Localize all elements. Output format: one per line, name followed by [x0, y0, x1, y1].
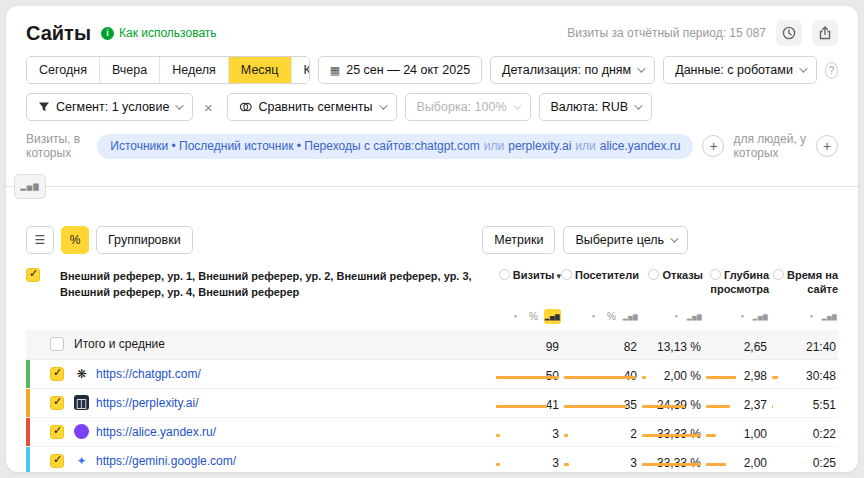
table-body: Итого и средние 99 82 13,13 % 2,65 21:40… — [26, 330, 838, 472]
table-row[interactable]: ❋ https://chatgpt.com/ 50 40 2,00 % 2,98… — [26, 360, 838, 389]
bar-chart-icon[interactable]: ▂▅▇ — [752, 309, 769, 324]
segment-label: Сегмент: 1 условие — [56, 100, 169, 114]
bounce-cell: 24,39 % — [639, 393, 703, 412]
visitors-cell: 3 — [561, 451, 639, 470]
pie-chart-icon[interactable]: ◔ — [584, 309, 601, 324]
site-favicon-icon — [74, 424, 89, 439]
totals-visits: 99 — [493, 340, 561, 354]
column-header-visitors[interactable]: Посетители — [561, 268, 639, 297]
tab-week[interactable]: Неделя — [159, 57, 228, 83]
detalization-dropdown[interactable]: Детализация: по дням — [490, 56, 655, 84]
totals-label: Итого и средние — [74, 337, 165, 351]
date-range-button[interactable]: ▦ 25 сен — 24 окт 2025 — [318, 56, 482, 84]
value-bar — [564, 434, 568, 437]
chip-or: или — [484, 139, 504, 153]
bar-chart-icon: ▂▅▇ — [20, 183, 39, 191]
bounce-cell: 33,33 % — [639, 451, 703, 470]
percent-view-button[interactable]: % — [61, 226, 89, 254]
row-checkbox[interactable] — [50, 396, 64, 410]
table-row[interactable]: ✦ https://gemini.google.com/ 3 3 33,33 %… — [26, 447, 838, 472]
percent-icon[interactable]: % — [525, 309, 542, 324]
pie-chart-icon[interactable]: ◔ — [733, 309, 750, 324]
visits-cell: 50 — [493, 364, 561, 383]
visits-cell: 41 — [493, 393, 561, 412]
row-checkbox[interactable] — [50, 454, 64, 468]
percent-icon[interactable]: % — [603, 309, 620, 324]
clock-icon — [781, 25, 797, 41]
totals-row: Итого и средние 99 82 13,13 % 2,65 21:40 — [26, 330, 838, 360]
compare-segments-icon — [239, 101, 252, 113]
table-row[interactable]: ◫ https://perplexity.ai/ 41 35 24,39 % 2… — [26, 389, 838, 418]
totals-time: 21:40 — [769, 340, 838, 354]
add-people-condition-button[interactable]: + — [816, 135, 838, 157]
column-header-time[interactable]: Время на сайте — [769, 268, 838, 297]
table-row[interactable]: https://alice.yandex.ru/ 3 2 33,33 % 1,0… — [26, 418, 838, 447]
groupings-button[interactable]: Группировки — [96, 226, 193, 254]
time-cell: 0:22 — [769, 422, 838, 441]
value-bar — [642, 434, 701, 437]
site-link[interactable]: https://alice.yandex.ru/ — [96, 425, 216, 439]
pie-chart-icon[interactable]: ◔ — [506, 309, 523, 324]
time-cell: 5:51 — [769, 393, 838, 412]
row-checkbox[interactable] — [50, 367, 64, 381]
chevron-down-icon — [670, 234, 678, 242]
bar-chart-icon[interactable]: ▂▅▇ — [821, 309, 838, 324]
column-header-bounce[interactable]: Отказы — [639, 268, 703, 297]
clear-segment-button[interactable]: × — [197, 96, 219, 118]
tab-yesterday[interactable]: Вчера — [99, 57, 159, 83]
pie-chart-icon[interactable]: ◔ — [667, 309, 684, 324]
depth-cell: 2,00 — [703, 451, 769, 470]
chip-or: или — [575, 139, 595, 153]
chip-site: chatgpt.com — [414, 139, 479, 153]
select-all-checkbox[interactable] — [26, 268, 40, 282]
add-visit-condition-button[interactable]: + — [702, 135, 724, 157]
site-link[interactable]: https://gemini.google.com/ — [96, 454, 236, 468]
site-favicon-icon: ◫ — [74, 395, 89, 410]
tab-month[interactable]: Месяц — [228, 57, 291, 83]
detalization-label: Детализация: по дням — [502, 63, 631, 77]
tab-quarter[interactable]: Квартал — [291, 57, 310, 83]
data-mode-label: Данные: с роботами — [675, 63, 793, 77]
bar-chart-icon[interactable]: ▂▅▇ — [544, 309, 561, 324]
column-header-visits[interactable]: Визиты▾ — [493, 268, 561, 297]
column-header-depth[interactable]: Глубина просмотра — [703, 268, 769, 297]
goal-select-dropdown[interactable]: Выберите цель — [563, 226, 688, 254]
totals-checkbox[interactable] — [50, 337, 64, 351]
segment-toolbar: Сегмент: 1 условие × Сравнить сегменты В… — [6, 93, 858, 121]
segment-dropdown[interactable]: Сегмент: 1 условие — [26, 93, 193, 121]
export-button[interactable] — [812, 20, 838, 46]
segment-icon — [38, 101, 50, 113]
sampling-dropdown[interactable]: Выборка: 100% — [405, 93, 531, 121]
compare-segments-dropdown[interactable]: Сравнить сегменты — [227, 93, 396, 121]
list-view-button[interactable]: ☰ — [26, 226, 54, 254]
bar-chart-icon[interactable]: ▂▅▇ — [686, 309, 703, 324]
currency-dropdown[interactable]: Валюта: RUB — [539, 93, 653, 121]
depth-cell: 2,98 — [703, 364, 769, 383]
pie-chart-icon[interactable]: ◔ — [802, 309, 819, 324]
chevron-down-icon — [379, 101, 387, 109]
row-checkbox[interactable] — [50, 425, 64, 439]
value-bar — [496, 405, 547, 408]
depth-cell: 1,00 — [703, 422, 769, 441]
data-mode-dropdown[interactable]: Данные: с роботами — [663, 56, 817, 84]
visitors-cell: 40 — [561, 364, 639, 383]
filter-condition-chip[interactable]: Источники • Последний источник • Переход… — [97, 134, 693, 159]
page-header: Сайты i Как использовать Визиты за отчёт… — [6, 20, 858, 46]
expand-chart-button[interactable]: ▂▅▇ — [14, 174, 46, 199]
value-bar — [564, 405, 627, 408]
column-display-modes: ◔ % ▂▅▇ ◔ % ▂▅▇ ◔ ▂▅▇ ◔ ▂▅▇ ◔ ▂▅▇ — [26, 309, 838, 324]
how-to-use-link[interactable]: i Как использовать — [101, 26, 217, 40]
help-icon[interactable]: ? — [825, 62, 838, 79]
totals-visitors: 82 — [561, 340, 639, 354]
site-link[interactable]: https://chatgpt.com/ — [96, 367, 201, 381]
time-cell: 30:48 — [769, 364, 838, 383]
visits-filter-label: Визиты, в которых — [26, 132, 88, 160]
share-export-icon — [817, 25, 833, 41]
bar-chart-icon[interactable]: ▂▅▇ — [622, 309, 639, 324]
info-icon: i — [101, 27, 114, 40]
site-link[interactable]: https://perplexity.ai/ — [96, 396, 199, 410]
tab-today[interactable]: Сегодня — [27, 57, 99, 83]
date-toolbar: Сегодня Вчера Неделя Месяц Квартал Год ▦… — [6, 56, 858, 84]
metrics-button[interactable]: Метрики — [482, 226, 555, 254]
history-button[interactable] — [776, 20, 802, 46]
